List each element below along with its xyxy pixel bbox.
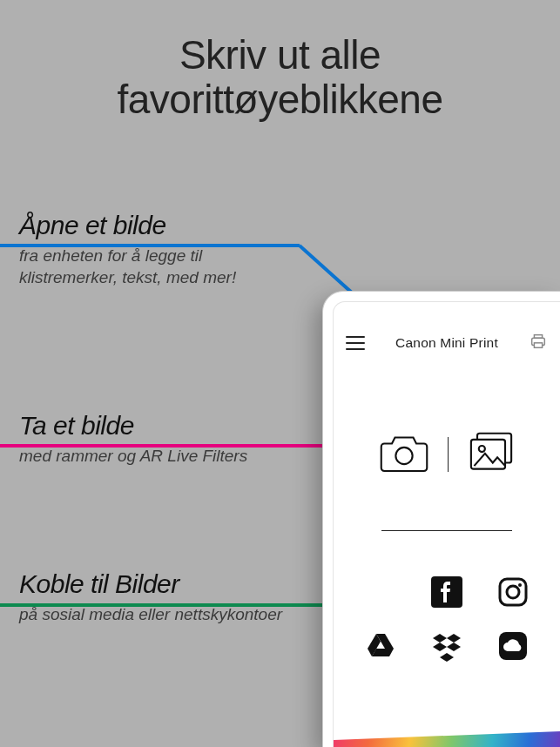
facebook-icon[interactable]: [426, 573, 468, 611]
svg-rect-8: [500, 579, 526, 605]
svg-point-9: [507, 586, 519, 598]
section-connect-sub: på sosial media eller nettskykontoer: [19, 604, 287, 626]
section-take-sub: med rammer og AR Live Filters: [19, 446, 287, 468]
app-bar: Canon Mini Print: [334, 321, 560, 360]
printer-icon[interactable]: [529, 332, 548, 354]
status-bar: [334, 302, 560, 321]
phone-screen: Canon Mini Print: [333, 301, 560, 747]
headline-line1: Skriv ut alle: [179, 32, 381, 77]
section-connect: Koble til Bilder på sosial media eller n…: [0, 569, 287, 626]
camera-icon[interactable]: [380, 431, 428, 478]
svg-rect-1: [534, 335, 542, 339]
phone-mockup: Canon Mini Print: [322, 291, 560, 747]
horizontal-divider: [381, 530, 512, 531]
main-actions-row: [334, 431, 560, 478]
svg-point-3: [395, 448, 412, 464]
section-connect-title: Koble til Bilder: [19, 569, 287, 599]
menu-icon[interactable]: [346, 336, 365, 350]
section-open-title: Åpne et bilde: [19, 211, 287, 240]
dropbox-icon[interactable]: [426, 627, 468, 665]
promo-headline: Skriv ut alle favorittøyeblikkene: [0, 0, 560, 121]
section-open-image: Åpne et bilde fra enheten for å legge ti…: [0, 211, 287, 288]
svg-rect-2: [534, 343, 542, 348]
gallery-icon[interactable]: [468, 432, 515, 477]
section-take-photo: Ta et bilde med rammer og AR Live Filter…: [0, 411, 287, 468]
headline-line2: favorittøyeblikkene: [118, 77, 443, 122]
svg-point-10: [518, 583, 522, 587]
icloud-icon[interactable]: [492, 627, 534, 665]
google-drive-icon[interactable]: [360, 627, 401, 665]
vertical-divider: [448, 437, 449, 472]
section-take-title: Ta et bilde: [19, 411, 287, 441]
rainbow-footer: [334, 731, 560, 747]
underline-open: [0, 244, 300, 247]
section-open-sub: fra enheten for å legge til klistremerke…: [19, 246, 287, 288]
app-title: Canon Mini Print: [395, 335, 498, 351]
social-grid: [334, 573, 560, 665]
instagram-icon[interactable]: [492, 573, 534, 611]
underline-take: [0, 444, 362, 448]
